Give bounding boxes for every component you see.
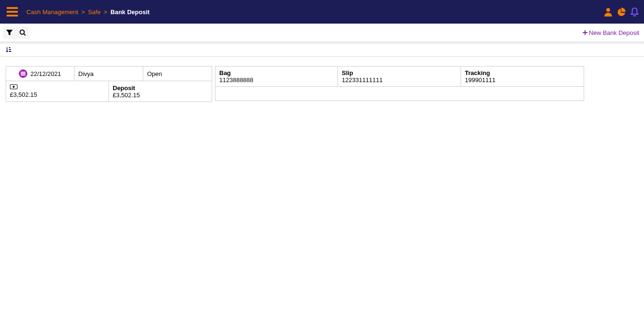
search-button[interactable] [16, 26, 29, 39]
breadcrumb-current: Bank Deposit [110, 8, 149, 16]
bell-icon[interactable] [630, 7, 639, 17]
svg-rect-5 [9, 47, 10, 48]
deposit-user-cell: Divya [74, 66, 143, 81]
deposit-summary-card[interactable]: 22/12/2021 Divya Open £3,502.15 Deposit … [6, 66, 212, 102]
plus-icon [582, 30, 588, 35]
new-bank-deposit-button[interactable]: New Bank Deposit [582, 29, 639, 36]
new-deposit-label: New Bank Deposit [589, 29, 639, 36]
slip-label: Slip [342, 69, 457, 76]
app-header: Cash Management > Safe > Bank Deposit [0, 0, 644, 24]
deposit-user: Divya [78, 70, 139, 77]
deposit-date-cell: 22/12/2021 [6, 66, 74, 81]
toolbar: New Bank Deposit [0, 24, 644, 42]
breadcrumb-separator: > [81, 8, 85, 16]
bag-label: Bag [219, 69, 334, 76]
filter-button[interactable] [3, 26, 16, 39]
bag-cell: Bag 1123888888 [215, 66, 338, 87]
svg-rect-6 [9, 49, 11, 50]
cash-icon [10, 84, 17, 89]
breadcrumb-item-cash-management[interactable]: Cash Management [26, 8, 78, 16]
svg-point-1 [20, 30, 25, 34]
deposit-list: 22/12/2021 Divya Open £3,502.15 Deposit … [0, 57, 644, 111]
deposit-total-cell: Deposit £3,502.15 [109, 81, 212, 102]
sort-bar [0, 44, 644, 57]
deposit-amount: £3,502.15 [10, 91, 105, 98]
breadcrumb-separator: > [104, 8, 107, 16]
deposit-detail-card[interactable]: Bag 1123888888 Slip 122331111111 Trackin… [215, 66, 584, 101]
deposit-status-cell: Open [143, 66, 212, 81]
search-icon [19, 29, 26, 36]
tracking-value: 199901111 [465, 76, 580, 84]
breadcrumb-item-safe[interactable]: Safe [88, 8, 101, 16]
deposit-type-icon [19, 69, 27, 78]
deposit-amount-cell: £3,502.15 [6, 81, 109, 102]
slip-cell: Slip 122331111111 [338, 66, 461, 87]
breadcrumb: Cash Management > Safe > Bank Deposit [26, 8, 149, 16]
toolbar-left [3, 26, 29, 39]
deposit-total-label: Deposit [113, 84, 208, 92]
deposit-date: 22/12/2021 [30, 70, 61, 77]
svg-point-0 [606, 8, 610, 12]
slip-value: 122331111111 [342, 76, 457, 84]
sort-icon[interactable] [6, 47, 12, 53]
deposit-total-value: £3,502.15 [113, 92, 208, 99]
tracking-label: Tracking [465, 69, 580, 76]
tracking-cell: Tracking 199901111 [461, 66, 584, 87]
svg-line-2 [24, 34, 25, 35]
menu-button[interactable] [5, 5, 20, 18]
filter-icon [6, 29, 13, 36]
header-right [603, 7, 639, 17]
bag-value: 1123888888 [219, 76, 334, 84]
header-left: Cash Management > Safe > Bank Deposit [5, 5, 149, 18]
svg-rect-7 [9, 51, 11, 52]
user-icon[interactable] [603, 7, 613, 17]
chart-pie-icon[interactable] [617, 7, 626, 17]
deposit-status: Open [147, 70, 208, 77]
deposit-detail-empty [215, 87, 584, 101]
